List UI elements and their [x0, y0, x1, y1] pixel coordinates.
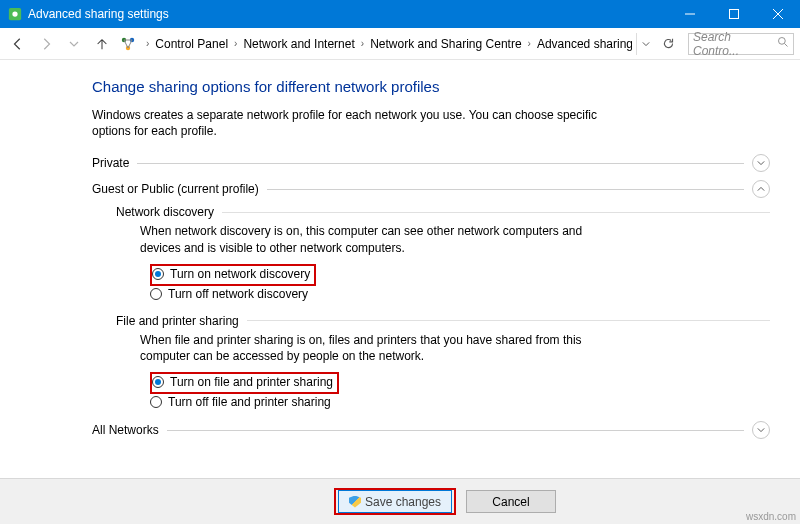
search-icon [777, 36, 789, 51]
subsection-label: Network discovery [116, 205, 214, 219]
section-label: Guest or Public (current profile) [92, 182, 259, 196]
section-label: All Networks [92, 423, 159, 437]
file-sharing-description: When file and printer sharing is on, fil… [140, 332, 620, 364]
network-discovery-description: When network discovery is on, this compu… [140, 223, 620, 255]
bottom-bar: Save changes Cancel [0, 478, 800, 524]
minimize-button[interactable] [668, 0, 712, 28]
address-dropdown[interactable] [636, 33, 654, 55]
maximize-button[interactable] [712, 0, 756, 28]
highlight-annotation: Turn on network discovery [150, 264, 316, 286]
radio-label: Turn on network discovery [170, 267, 310, 281]
close-button[interactable] [756, 0, 800, 28]
divider [137, 163, 744, 164]
section-guest-public[interactable]: Guest or Public (current profile) [92, 179, 770, 199]
divider [267, 189, 744, 190]
button-label: Save changes [365, 495, 441, 509]
refresh-button[interactable] [656, 32, 680, 56]
chevron-up-icon[interactable] [752, 180, 770, 198]
chevron-right-icon: › [359, 38, 366, 49]
radio-icon [150, 288, 162, 300]
radio-icon [150, 396, 162, 408]
watermark: wsxdn.com [746, 511, 796, 522]
navbar: › Control Panel › Network and Internet ›… [0, 28, 800, 60]
section-all-networks[interactable]: All Networks [92, 420, 770, 440]
back-button[interactable] [6, 32, 30, 56]
page-description: Windows creates a separate network profi… [92, 107, 612, 139]
chevron-right-icon: › [144, 38, 151, 49]
network-discovery-radios: Turn on network discovery Turn off netwo… [150, 264, 770, 302]
page-title: Change sharing options for different net… [92, 78, 770, 95]
subsection-network-discovery: Network discovery [116, 205, 770, 219]
svg-line-11 [128, 40, 132, 48]
titlebar: Advanced sharing settings [0, 0, 800, 28]
window-title: Advanced sharing settings [28, 7, 668, 21]
svg-point-1 [12, 11, 17, 16]
section-label: Private [92, 156, 129, 170]
svg-line-13 [785, 44, 788, 47]
file-sharing-radios: Turn on file and printer sharing Turn of… [150, 372, 770, 410]
breadcrumb-item[interactable]: Network and Sharing Centre [368, 35, 523, 53]
cancel-button[interactable]: Cancel [466, 490, 556, 513]
radio-label: Turn on file and printer sharing [170, 375, 333, 389]
radio-fps-on[interactable]: Turn on file and printer sharing [152, 374, 333, 390]
radio-icon [152, 376, 164, 388]
save-changes-button[interactable]: Save changes [338, 490, 452, 513]
chevron-down-icon[interactable] [752, 154, 770, 172]
search-input[interactable]: Search Contro... [688, 33, 794, 55]
highlight-annotation: Save changes [334, 488, 456, 515]
forward-button[interactable] [34, 32, 58, 56]
breadcrumb-item[interactable]: Network and Internet [241, 35, 356, 53]
recent-dropdown[interactable] [62, 32, 86, 56]
up-button[interactable] [90, 32, 114, 56]
shield-icon [349, 496, 361, 508]
button-label: Cancel [492, 495, 529, 509]
radio-label: Turn off file and printer sharing [168, 395, 331, 409]
svg-rect-3 [730, 10, 739, 19]
subsection-file-sharing: File and printer sharing [116, 314, 770, 328]
radio-fps-off[interactable]: Turn off file and printer sharing [150, 394, 770, 410]
chevron-right-icon: › [526, 38, 533, 49]
search-placeholder: Search Contro... [693, 30, 777, 58]
svg-line-10 [124, 40, 128, 48]
divider [222, 212, 770, 213]
breadcrumb: › Control Panel › Network and Internet ›… [144, 35, 632, 53]
chevron-right-icon: › [232, 38, 239, 49]
radio-nd-on[interactable]: Turn on network discovery [152, 266, 310, 282]
network-icon [120, 36, 136, 52]
chevron-down-icon[interactable] [752, 421, 770, 439]
radio-label: Turn off network discovery [168, 287, 308, 301]
breadcrumb-item[interactable]: Advanced sharing settings [535, 35, 632, 53]
subsection-label: File and printer sharing [116, 314, 239, 328]
breadcrumb-item[interactable]: Control Panel [153, 35, 230, 53]
divider [167, 430, 744, 431]
section-private[interactable]: Private [92, 153, 770, 173]
highlight-annotation: Turn on file and printer sharing [150, 372, 339, 394]
radio-nd-off[interactable]: Turn off network discovery [150, 286, 770, 302]
divider [247, 320, 770, 321]
control-panel-icon [8, 7, 22, 21]
window-buttons [668, 0, 800, 28]
radio-icon [152, 268, 164, 280]
svg-point-12 [779, 38, 786, 45]
content-area: Change sharing options for different net… [0, 60, 800, 478]
